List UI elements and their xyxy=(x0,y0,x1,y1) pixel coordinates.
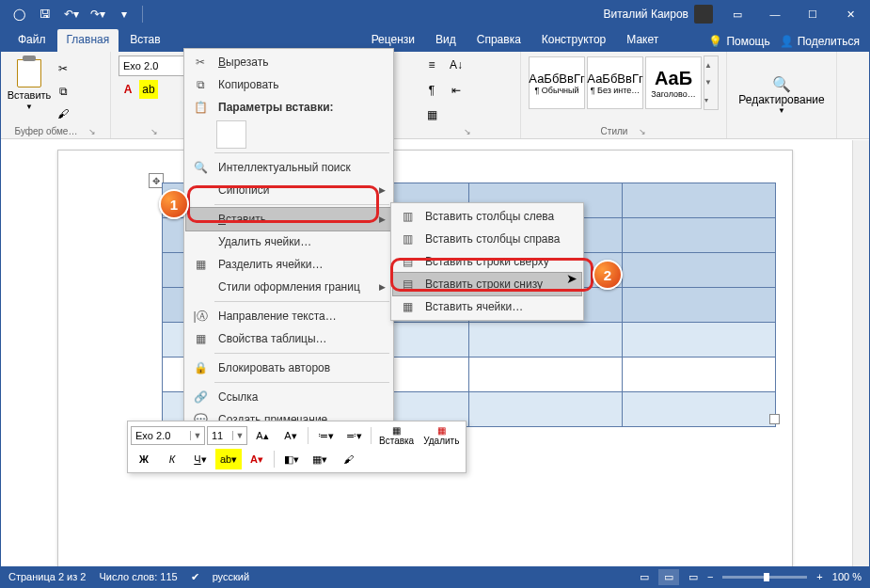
menu-synonyms[interactable]: Сипописи▶ xyxy=(186,179,391,201)
tab-view[interactable]: Вид xyxy=(426,29,466,52)
close-button[interactable]: ✕ xyxy=(831,1,869,27)
view-web-layout[interactable]: ▭ xyxy=(688,571,698,583)
user-avatar[interactable] xyxy=(694,5,713,24)
proofing-icon[interactable]: ✔ xyxy=(191,571,199,583)
zoom-level[interactable]: 100 % xyxy=(832,571,862,582)
dialog-launcher-icon[interactable]: ↘ xyxy=(88,127,96,136)
maximize-button[interactable]: ☐ xyxy=(794,1,831,27)
style-gallery-scroll[interactable]: ▲▼▾ xyxy=(704,56,719,110)
cut-button[interactable]: ✂ xyxy=(54,59,72,78)
paste-option-keep-formatting[interactable] xyxy=(216,120,246,149)
dialog-launcher-icon[interactable]: ↘ xyxy=(639,127,646,136)
chevron-down-icon[interactable]: ▼ xyxy=(190,431,204,440)
table-resize-handle[interactable] xyxy=(769,414,780,424)
sort-button[interactable]: A↓ xyxy=(447,56,466,74)
shading-button[interactable]: ◧▾ xyxy=(278,449,305,469)
mini-size-combo[interactable]: ▼ xyxy=(207,426,247,445)
shrink-font-button[interactable]: A▾ xyxy=(277,425,304,446)
search-icon: 🔍 xyxy=(192,159,209,176)
submenu-cols-right[interactable]: ▥Вставить столбцы справа xyxy=(393,228,581,250)
autosave-toggle[interactable]: ◯ xyxy=(7,2,31,26)
user-area[interactable]: Виталий Каиров xyxy=(603,5,719,24)
paste-button[interactable]: Вставить ▼ xyxy=(8,56,50,111)
group-label-styles: Стили xyxy=(601,126,628,136)
style-no-spacing[interactable]: АаБбВвГг ¶ Без инте… xyxy=(587,56,643,109)
submenu-cols-left[interactable]: ▥Вставить столбцы слева xyxy=(393,205,581,228)
qat-customize[interactable]: ▾ xyxy=(112,2,136,26)
menu-paste-options[interactable]: 📋Параметры вставки: xyxy=(186,96,391,119)
dialog-launcher-icon[interactable]: ↘ xyxy=(150,127,158,136)
lightbulb-icon: 💡 xyxy=(708,35,722,48)
submenu-cells[interactable]: ▦Вставить ячейки… xyxy=(393,295,581,318)
menu-delete-cells[interactable]: Удалить ячейки… xyxy=(186,230,391,253)
tab-table-layout[interactable]: Макет xyxy=(617,29,668,52)
menu-text-direction[interactable]: |ⒶНаправление текста… xyxy=(186,305,391,327)
menu-table-properties[interactable]: ▦Свойства таблицы… xyxy=(186,327,391,350)
menu-split-cells[interactable]: ▦Разделить ячейки… xyxy=(186,253,391,276)
font-name-input[interactable] xyxy=(119,60,183,72)
numbering-button[interactable]: ≕▾ xyxy=(340,425,367,446)
view-print-layout[interactable]: ▭ xyxy=(658,569,679,585)
share-button[interactable]: 👤Поделиться xyxy=(780,35,860,48)
menu-insert[interactable]: Вставить▶ xyxy=(185,207,392,231)
bold-button[interactable]: Ж xyxy=(131,449,157,469)
borders-button[interactable]: ▦▾ xyxy=(307,449,333,469)
style-heading1[interactable]: АаБ Заголово… xyxy=(645,56,702,109)
borders-button[interactable]: ▦ xyxy=(422,105,441,124)
style-gallery[interactable]: АаБбВвГг ¶ Обычный АаБбВвГг ¶ Без инте… … xyxy=(529,56,719,110)
highlight-button[interactable]: ab▾ xyxy=(215,449,242,469)
mini-insert-button[interactable]: ▦Вставка xyxy=(375,424,418,447)
separator xyxy=(214,204,389,205)
show-marks-button[interactable]: ¶ xyxy=(422,81,441,100)
style-normal[interactable]: АаБбВвГг ¶ Обычный xyxy=(529,56,585,109)
font-color-button[interactable]: A▾ xyxy=(244,449,270,469)
copy-button[interactable]: ⧉ xyxy=(54,82,72,101)
format-painter-button[interactable]: 🖌 xyxy=(335,449,361,469)
font-color-button[interactable]: A xyxy=(119,80,137,99)
submenu-rows-above[interactable]: ▤Вставить строки сверху xyxy=(393,250,581,273)
underline-button[interactable]: Ч▾ xyxy=(187,449,214,469)
tab-insert[interactable]: Встав xyxy=(120,29,169,52)
save-button[interactable]: 🖫 xyxy=(33,2,57,26)
editing-dropdown[interactable]: 🔍 Редактирование ▼ xyxy=(738,75,824,115)
link-icon: 🔗 xyxy=(192,389,209,405)
help-button[interactable]: 💡Помощь xyxy=(708,35,769,48)
ribbon-options-button[interactable]: ▭ xyxy=(719,1,756,27)
redo-button[interactable]: ↷▾ xyxy=(86,2,110,26)
menu-link[interactable]: 🔗Ссылка xyxy=(186,386,391,408)
clipboard-icon xyxy=(15,56,43,87)
menu-smart-lookup[interactable]: 🔍Интеллектуальный поиск xyxy=(186,156,391,179)
format-painter-button[interactable]: 🖌 xyxy=(54,104,72,123)
submenu-rows-below[interactable]: ▤Вставить строки снизу xyxy=(392,272,582,296)
mini-font-combo[interactable]: ▼ xyxy=(131,426,205,445)
status-word-count[interactable]: Число слов: 115 xyxy=(99,571,177,582)
menu-cut[interactable]: ✂Вырезать xyxy=(186,51,391,73)
zoom-slider[interactable] xyxy=(722,576,807,579)
menu-border-styles[interactable]: Стили оформления границ▶ xyxy=(186,276,391,298)
tab-file[interactable]: Файл xyxy=(8,29,55,52)
statusbar: Страница 2 из 2 Число слов: 115 ✔ русски… xyxy=(1,566,869,587)
status-page[interactable]: Страница 2 из 2 xyxy=(8,571,86,582)
mini-delete-button[interactable]: ▦Удалить xyxy=(419,424,463,447)
vertical-scrollbar[interactable] xyxy=(852,140,869,566)
zoom-in-button[interactable]: + xyxy=(816,571,822,582)
menu-lock-authors[interactable]: 🔒Блокировать авторов xyxy=(186,357,391,379)
italic-button[interactable]: К xyxy=(159,449,185,469)
status-language[interactable]: русский xyxy=(213,571,249,582)
zoom-out-button[interactable]: − xyxy=(707,571,713,582)
tab-help[interactable]: Справка xyxy=(467,29,530,52)
mini-toolbar: ▼ ▼ A▴ A▾ ≔▾ ≕▾ ▦Вставка ▦Удалить Ж К Ч▾… xyxy=(127,421,467,473)
indent-button[interactable]: ⇤ xyxy=(447,81,466,100)
dialog-launcher-icon[interactable]: ↘ xyxy=(464,127,471,136)
undo-button[interactable]: ↶▾ xyxy=(59,2,84,26)
tab-table-design[interactable]: Конструктор xyxy=(532,29,615,52)
highlight-button[interactable]: ab xyxy=(139,80,158,99)
tab-home[interactable]: Главная xyxy=(57,29,119,52)
align-left-button[interactable]: ≡ xyxy=(422,56,441,74)
chevron-down-icon[interactable]: ▼ xyxy=(232,431,246,440)
minimize-button[interactable]: ― xyxy=(756,1,794,27)
menu-copy[interactable]: ⧉Копировать xyxy=(186,73,391,96)
view-read-mode[interactable]: ▭ xyxy=(640,571,649,583)
grow-font-button[interactable]: A▴ xyxy=(249,425,276,446)
bullets-button[interactable]: ≔▾ xyxy=(312,425,339,446)
